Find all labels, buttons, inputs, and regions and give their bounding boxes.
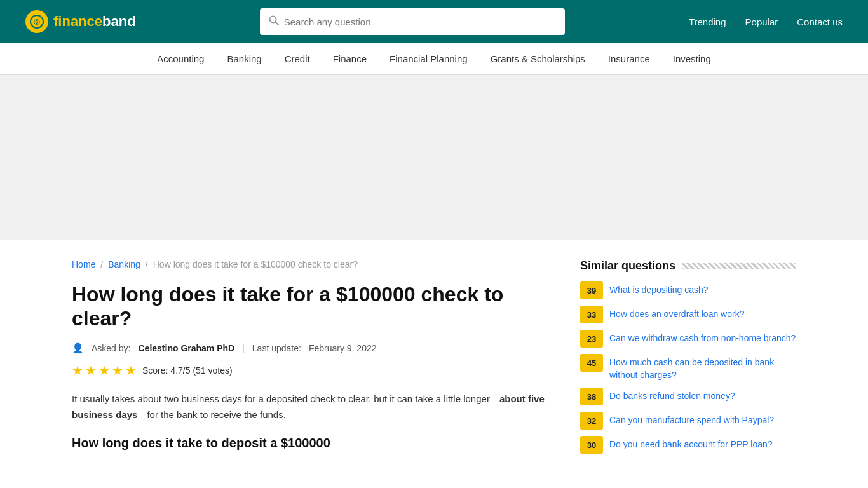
site-header: © financeband Trending Popular Contact u… [0,0,868,43]
svg-line-3 [275,22,278,25]
main-nav-item-investing[interactable]: Investing [673,43,711,74]
similar-questions-title: Similar questions [580,259,675,273]
similar-question-badge: 30 [580,436,603,454]
search-input[interactable] [284,17,556,27]
star-1: ★ [72,363,83,378]
similar-question-badge: 45 [580,354,603,372]
main-nav-item-finance[interactable]: Finance [333,43,367,74]
star-5: ★ [125,363,137,378]
logo[interactable]: © financeband [25,10,136,33]
similar-questions-list: 39What is depositing cash?33How does an … [580,281,796,454]
main-nav-item-credit[interactable]: Credit [285,43,310,74]
ad-banner [0,75,868,240]
similar-question-link[interactable]: What is depositing cash? [609,281,709,297]
similar-question-link[interactable]: Do banks refund stolen money? [609,388,735,403]
breadcrumb-current: How long does it take for a $100000 chec… [153,259,358,269]
article-title: How long does it take for a $100000 chec… [72,282,555,331]
similar-question-item: 39What is depositing cash? [580,281,796,299]
star-4: ★ [112,363,123,378]
breadcrumb-banking[interactable]: Banking [108,259,140,269]
article-paragraph-1: It usually takes about two business days… [72,391,555,423]
main-nav-item-grants-&-scholarships[interactable]: Grants & Scholarships [491,43,585,74]
similar-question-badge: 33 [580,306,603,323]
main-nav-item-accounting[interactable]: Accounting [157,43,204,74]
similar-question-badge: 23 [580,330,603,348]
article-body: It usually takes about two business days… [72,391,555,454]
similar-question-badge: 38 [580,388,603,405]
similar-question-item: 38Do banks refund stolen money? [580,388,796,405]
breadcrumb-sep2: / [146,259,148,269]
article-meta: 👤 Asked by: Celestino Graham PhD | Last … [72,342,555,354]
similar-question-item: 33How does an overdraft loan work? [580,306,796,323]
similar-question-item: 32Can you manufacture spend with Paypal? [580,412,796,430]
similar-question-badge: 32 [580,412,603,430]
main-nav-item-banking[interactable]: Banking [227,43,261,74]
content-wrapper: Home / Banking / How long does it take f… [46,240,822,488]
article-sub-heading: How long does it take to deposit a $1000… [72,432,555,454]
similar-question-link[interactable]: Do you need bank account for PPP loan? [609,436,773,451]
similar-question-link[interactable]: Can we withdraw cash from non-home branc… [609,330,796,345]
nav-contact[interactable]: Contact us [797,17,843,27]
star-rating: ★ ★ ★ ★ ★ Score: 4.7/5 (51 votes) [72,363,555,378]
sidebar: Similar questions 39What is depositing c… [580,259,796,463]
nav-trending[interactable]: Trending [689,17,726,27]
logo-text: financeband [53,13,136,30]
svg-text:©: © [34,17,40,27]
similar-question-item: 30Do you need bank account for PPP loan? [580,436,796,454]
article-area: Home / Banking / How long does it take f… [72,259,555,463]
breadcrumb-sep1: / [100,259,103,269]
similar-question-item: 23Can we withdraw cash from non-home bra… [580,330,796,348]
meta-separator: | [242,343,245,353]
similar-question-badge: 39 [580,281,603,299]
last-update-label: Last update: [252,343,301,353]
nav-popular[interactable]: Popular [745,17,778,27]
search-bar [260,8,565,35]
score-text: Score: 4.7/5 (51 votes) [142,365,233,376]
similar-question-link[interactable]: How does an overdraft loan work? [609,306,744,321]
search-icon [269,15,279,28]
breadcrumb-home[interactable]: Home [72,259,95,269]
breadcrumb: Home / Banking / How long does it take f… [72,259,555,269]
logo-icon: © [25,10,48,33]
header-nav: Trending Popular Contact us [689,17,843,27]
star-3: ★ [98,363,110,378]
similar-question-link[interactable]: How much cash can be deposited in bank w… [609,354,796,381]
asked-by-label: Asked by: [92,343,130,353]
similar-questions-header: Similar questions [580,259,796,273]
star-2: ★ [85,363,97,378]
similar-question-link[interactable]: Can you manufacture spend with Paypal? [609,412,774,427]
last-update: February 9, 2022 [309,343,377,353]
main-nav-item-insurance[interactable]: Insurance [608,43,650,74]
similar-questions-decoration [682,263,796,269]
main-nav: AccountingBankingCreditFinanceFinancial … [0,43,868,75]
person-icon: 👤 [72,342,84,354]
article-author: Celestino Graham PhD [138,343,234,353]
main-nav-item-financial-planning[interactable]: Financial Planning [390,43,468,74]
similar-question-item: 45How much cash can be deposited in bank… [580,354,796,381]
